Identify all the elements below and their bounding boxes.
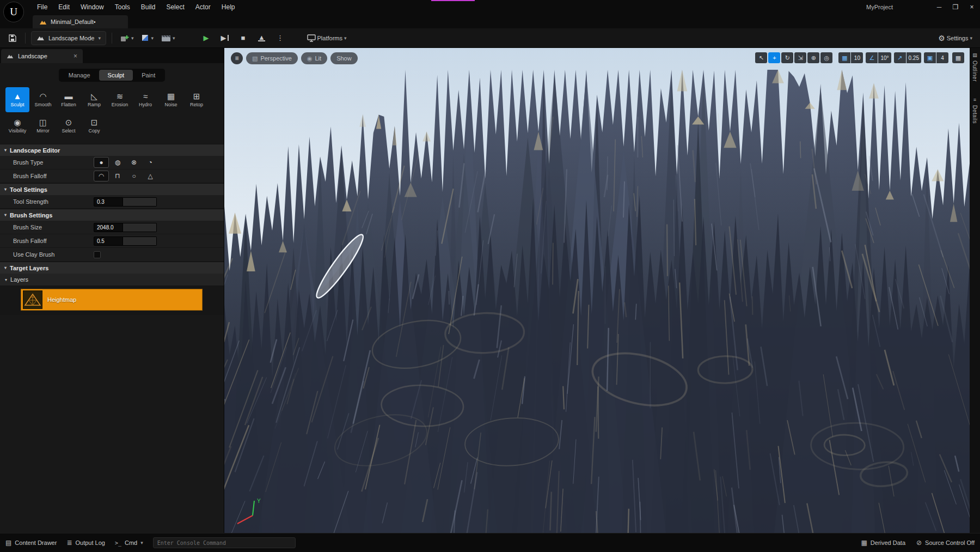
section-target-layers[interactable]: ▾ Target Layers xyxy=(0,262,224,274)
tool-icon: ◺ xyxy=(91,92,97,100)
close-icon[interactable]: × xyxy=(74,52,77,60)
use-clay-brush-row: Use Clay Brush xyxy=(0,248,224,262)
brush-type-option[interactable]: ● xyxy=(94,157,109,168)
transform-tool-button[interactable]: ◎ xyxy=(820,52,832,63)
derived-data-button[interactable]: ▦ Derived Data xyxy=(861,539,905,547)
play-button[interactable]: ▶ xyxy=(199,31,213,45)
skip-button[interactable]: ▶ xyxy=(218,31,232,45)
brush-falloff-option[interactable]: ○ xyxy=(126,171,142,181)
view-mode-dropdown[interactable]: ◉ Lit xyxy=(301,52,327,64)
transform-tool-button[interactable]: ↖ xyxy=(755,52,767,63)
snap-icon[interactable]: ▣ xyxy=(924,52,936,63)
snap-value[interactable]: 4 xyxy=(936,52,948,63)
console-input[interactable] xyxy=(153,537,296,548)
tool-icon: ▦ xyxy=(167,92,175,100)
section-brush-settings[interactable]: ▾ Brush Settings xyxy=(0,209,224,221)
platforms-dropdown[interactable]: Platforms ▾ xyxy=(305,31,349,45)
brush-falloff-option[interactable]: ⊓ xyxy=(110,171,125,181)
editor-mode-dropdown[interactable]: Landscape Mode ▾ xyxy=(31,31,106,45)
snap-icon[interactable]: ▦ xyxy=(838,52,850,63)
brush-falloff-value[interactable]: 0.5 xyxy=(94,236,123,246)
heightmap-thumbnail xyxy=(23,290,42,309)
stop-button[interactable]: ■ xyxy=(236,31,250,45)
landscape-tool-button[interactable]: ⊡ Copy xyxy=(82,113,106,138)
brush-size-value[interactable]: 2048.0 xyxy=(94,223,123,232)
eject-button[interactable]: ▲ xyxy=(255,31,269,45)
menu-item[interactable]: File xyxy=(32,1,53,13)
collapsed-panel-tab[interactable]: ≡ Details xyxy=(972,97,978,124)
settings-dropdown[interactable]: ⚙ Settings ▾ xyxy=(936,31,975,45)
transform-tool-button[interactable]: ⊕ xyxy=(807,52,819,63)
snap-value[interactable]: 10 xyxy=(851,52,863,63)
cmd-dropdown[interactable]: >_ Cmd ▾ xyxy=(115,539,143,546)
menu-item[interactable]: Tools xyxy=(109,1,136,13)
output-log-button[interactable]: ≣ Output Log xyxy=(66,539,105,547)
landscape-tool-button[interactable]: ⊞ Retop xyxy=(185,87,209,112)
brush-size-slider[interactable] xyxy=(123,223,157,232)
landscape-tool-button[interactable]: ◺ Ramp xyxy=(82,87,106,112)
perspective-dropdown[interactable]: ▧ Perspective xyxy=(246,52,298,64)
landscape-mode-tab[interactable]: Sculpt xyxy=(99,70,133,81)
panel-tab-label: Details xyxy=(972,105,978,124)
play-options-button[interactable]: ⋮ xyxy=(273,31,287,45)
menu-item[interactable]: Edit xyxy=(53,1,75,13)
maximize-button[interactable]: ❐ xyxy=(947,1,964,14)
cinematics-button[interactable]: ▾ xyxy=(159,31,177,45)
add-actor-button[interactable]: ▾ xyxy=(118,31,136,45)
menu-item[interactable]: Help xyxy=(216,1,241,13)
brush-falloff-option[interactable]: ◠ xyxy=(94,171,109,181)
snap-value[interactable]: 10° xyxy=(878,52,891,63)
source-control-button[interactable]: ⊘ Source Control Off xyxy=(916,539,975,547)
snap-controls: ▦ 10 ∠ 10° ↗ 0.25 xyxy=(836,52,948,63)
save-button[interactable] xyxy=(5,31,20,45)
landscape-tool-button[interactable]: ◫ Mirror xyxy=(31,113,55,138)
transform-tool-button[interactable]: + xyxy=(768,52,780,63)
brush-type-option[interactable]: ⊗ xyxy=(126,157,142,168)
brush-falloff-label: Brush Falloff xyxy=(13,173,94,179)
brush-type-option[interactable]: ◔ xyxy=(143,157,158,168)
section-title: Brush Settings xyxy=(10,212,52,219)
tool-strength-value[interactable]: 0.3 xyxy=(94,197,123,207)
snap-icon[interactable]: ∠ xyxy=(866,52,878,63)
content-drawer-button[interactable]: ▤ Content Drawer xyxy=(5,539,57,547)
snap-value[interactable]: 0.25 xyxy=(906,52,921,63)
landscape-tool-button[interactable]: ▦ Noise xyxy=(159,87,183,112)
landscape-tool-button[interactable]: ≋ Erosion xyxy=(108,87,132,112)
menu-item[interactable]: Actor xyxy=(190,1,216,13)
heightmap-layer-row[interactable]: Heightmap xyxy=(21,289,203,311)
menu-item[interactable]: Window xyxy=(75,1,109,13)
layers-subsection[interactable]: ▾ Layers xyxy=(0,274,224,286)
viewport-canvas[interactable] xyxy=(224,48,970,533)
snap-icon[interactable]: ↗ xyxy=(894,52,906,63)
menu-item[interactable]: Select xyxy=(161,1,189,13)
landscape-tool-button[interactable]: ≈ Hydro xyxy=(133,87,157,112)
brush-falloff-slider[interactable] xyxy=(123,236,157,246)
brush-type-option[interactable]: ◍ xyxy=(110,157,125,168)
close-button[interactable]: × xyxy=(964,1,980,14)
landscape-tool-button[interactable]: ◠ Smooth xyxy=(31,87,55,112)
use-clay-brush-checkbox[interactable] xyxy=(94,251,101,258)
maximize-viewport-button[interactable]: ▦ xyxy=(952,52,964,63)
section-title: Tool Settings xyxy=(10,186,47,193)
viewport-menu-button[interactable]: ≡ xyxy=(231,52,243,64)
collapsed-panel-tab[interactable]: ▤ Outliner xyxy=(972,52,978,82)
landscape-panel-tab[interactable]: Landscape × xyxy=(1,49,83,63)
landscape-tool-button[interactable]: ⊙ Select xyxy=(57,113,81,138)
show-dropdown[interactable]: Show xyxy=(330,52,358,64)
landscape-mode-tab[interactable]: Manage xyxy=(60,70,99,81)
transform-tool-button[interactable]: ↻ xyxy=(781,52,793,63)
brush-falloff-option[interactable]: △ xyxy=(143,171,158,181)
transform-tool-button[interactable]: ⇲ xyxy=(794,52,806,63)
landscape-tool-button[interactable]: ▲ Sculpt xyxy=(5,87,29,112)
blueprints-button[interactable]: ▾ xyxy=(139,31,156,45)
minimize-button[interactable]: ─ xyxy=(931,1,947,14)
landscape-mode-tab[interactable]: Paint xyxy=(133,70,164,81)
menu-item[interactable]: Build xyxy=(136,1,161,13)
landscape-tool-button[interactable]: ▬ Flatten xyxy=(57,87,81,112)
landscape-tool-button[interactable]: ◉ Visibility xyxy=(5,113,29,138)
level-tab[interactable]: Minimal_Default• xyxy=(33,15,128,28)
tool-icon: ⊡ xyxy=(91,118,98,126)
section-landscape-editor[interactable]: ▾ Landscape Editor xyxy=(0,144,224,156)
tool-strength-slider[interactable] xyxy=(123,197,157,207)
section-tool-settings[interactable]: ▾ Tool Settings xyxy=(0,183,224,195)
